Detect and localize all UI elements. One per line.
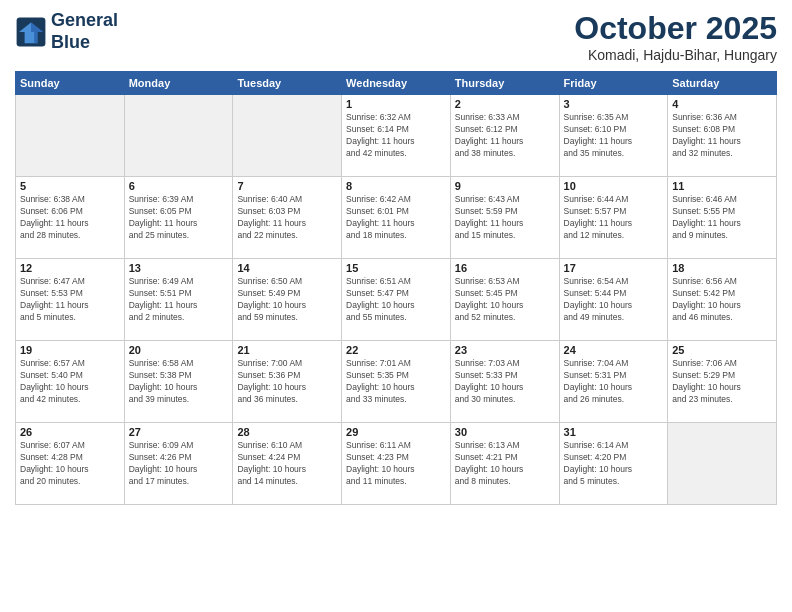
day-info: Sunrise: 6:39 AM Sunset: 6:05 PM Dayligh… bbox=[129, 194, 229, 242]
logo-text: General Blue bbox=[51, 10, 118, 53]
day-number: 1 bbox=[346, 98, 446, 110]
day-info: Sunrise: 6:49 AM Sunset: 5:51 PM Dayligh… bbox=[129, 276, 229, 324]
calendar-week-row: 1Sunrise: 6:32 AM Sunset: 6:14 PM Daylig… bbox=[16, 95, 777, 177]
calendar-cell: 30Sunrise: 6:13 AM Sunset: 4:21 PM Dayli… bbox=[450, 423, 559, 505]
weekday-header-row: SundayMondayTuesdayWednesdayThursdayFrid… bbox=[16, 72, 777, 95]
day-info: Sunrise: 6:13 AM Sunset: 4:21 PM Dayligh… bbox=[455, 440, 555, 488]
day-number: 3 bbox=[564, 98, 664, 110]
day-number: 11 bbox=[672, 180, 772, 192]
calendar-cell bbox=[16, 95, 125, 177]
calendar-table: SundayMondayTuesdayWednesdayThursdayFrid… bbox=[15, 71, 777, 505]
calendar-cell: 18Sunrise: 6:56 AM Sunset: 5:42 PM Dayli… bbox=[668, 259, 777, 341]
day-info: Sunrise: 6:56 AM Sunset: 5:42 PM Dayligh… bbox=[672, 276, 772, 324]
day-info: Sunrise: 6:42 AM Sunset: 6:01 PM Dayligh… bbox=[346, 194, 446, 242]
calendar-cell: 20Sunrise: 6:58 AM Sunset: 5:38 PM Dayli… bbox=[124, 341, 233, 423]
day-number: 17 bbox=[564, 262, 664, 274]
weekday-header-friday: Friday bbox=[559, 72, 668, 95]
day-info: Sunrise: 6:50 AM Sunset: 5:49 PM Dayligh… bbox=[237, 276, 337, 324]
calendar-week-row: 26Sunrise: 6:07 AM Sunset: 4:28 PM Dayli… bbox=[16, 423, 777, 505]
calendar-cell: 26Sunrise: 6:07 AM Sunset: 4:28 PM Dayli… bbox=[16, 423, 125, 505]
day-info: Sunrise: 6:32 AM Sunset: 6:14 PM Dayligh… bbox=[346, 112, 446, 160]
calendar-cell: 28Sunrise: 6:10 AM Sunset: 4:24 PM Dayli… bbox=[233, 423, 342, 505]
day-number: 8 bbox=[346, 180, 446, 192]
day-info: Sunrise: 6:07 AM Sunset: 4:28 PM Dayligh… bbox=[20, 440, 120, 488]
day-number: 20 bbox=[129, 344, 229, 356]
weekday-header-wednesday: Wednesday bbox=[342, 72, 451, 95]
day-info: Sunrise: 7:03 AM Sunset: 5:33 PM Dayligh… bbox=[455, 358, 555, 406]
day-number: 10 bbox=[564, 180, 664, 192]
calendar-cell bbox=[668, 423, 777, 505]
calendar-cell: 23Sunrise: 7:03 AM Sunset: 5:33 PM Dayli… bbox=[450, 341, 559, 423]
month-title: October 2025 bbox=[574, 10, 777, 47]
day-number: 2 bbox=[455, 98, 555, 110]
calendar-cell: 31Sunrise: 6:14 AM Sunset: 4:20 PM Dayli… bbox=[559, 423, 668, 505]
calendar-cell: 22Sunrise: 7:01 AM Sunset: 5:35 PM Dayli… bbox=[342, 341, 451, 423]
day-info: Sunrise: 6:43 AM Sunset: 5:59 PM Dayligh… bbox=[455, 194, 555, 242]
day-info: Sunrise: 6:11 AM Sunset: 4:23 PM Dayligh… bbox=[346, 440, 446, 488]
header: General Blue October 2025 Komadi, Hajdu-… bbox=[15, 10, 777, 63]
day-number: 5 bbox=[20, 180, 120, 192]
day-number: 15 bbox=[346, 262, 446, 274]
calendar-cell: 27Sunrise: 6:09 AM Sunset: 4:26 PM Dayli… bbox=[124, 423, 233, 505]
day-info: Sunrise: 6:10 AM Sunset: 4:24 PM Dayligh… bbox=[237, 440, 337, 488]
day-info: Sunrise: 7:06 AM Sunset: 5:29 PM Dayligh… bbox=[672, 358, 772, 406]
day-number: 6 bbox=[129, 180, 229, 192]
day-number: 19 bbox=[20, 344, 120, 356]
day-number: 18 bbox=[672, 262, 772, 274]
day-number: 4 bbox=[672, 98, 772, 110]
calendar-cell: 9Sunrise: 6:43 AM Sunset: 5:59 PM Daylig… bbox=[450, 177, 559, 259]
weekday-header-monday: Monday bbox=[124, 72, 233, 95]
calendar-cell: 8Sunrise: 6:42 AM Sunset: 6:01 PM Daylig… bbox=[342, 177, 451, 259]
logo: General Blue bbox=[15, 10, 118, 53]
day-info: Sunrise: 6:57 AM Sunset: 5:40 PM Dayligh… bbox=[20, 358, 120, 406]
calendar-cell: 19Sunrise: 6:57 AM Sunset: 5:40 PM Dayli… bbox=[16, 341, 125, 423]
calendar-cell: 2Sunrise: 6:33 AM Sunset: 6:12 PM Daylig… bbox=[450, 95, 559, 177]
calendar-cell: 10Sunrise: 6:44 AM Sunset: 5:57 PM Dayli… bbox=[559, 177, 668, 259]
logo-icon bbox=[15, 16, 47, 48]
day-info: Sunrise: 6:33 AM Sunset: 6:12 PM Dayligh… bbox=[455, 112, 555, 160]
calendar-cell: 5Sunrise: 6:38 AM Sunset: 6:06 PM Daylig… bbox=[16, 177, 125, 259]
day-number: 29 bbox=[346, 426, 446, 438]
calendar-cell: 29Sunrise: 6:11 AM Sunset: 4:23 PM Dayli… bbox=[342, 423, 451, 505]
calendar-cell: 3Sunrise: 6:35 AM Sunset: 6:10 PM Daylig… bbox=[559, 95, 668, 177]
calendar-cell: 14Sunrise: 6:50 AM Sunset: 5:49 PM Dayli… bbox=[233, 259, 342, 341]
day-number: 24 bbox=[564, 344, 664, 356]
calendar-cell: 6Sunrise: 6:39 AM Sunset: 6:05 PM Daylig… bbox=[124, 177, 233, 259]
day-info: Sunrise: 6:44 AM Sunset: 5:57 PM Dayligh… bbox=[564, 194, 664, 242]
day-info: Sunrise: 6:51 AM Sunset: 5:47 PM Dayligh… bbox=[346, 276, 446, 324]
calendar-week-row: 12Sunrise: 6:47 AM Sunset: 5:53 PM Dayli… bbox=[16, 259, 777, 341]
day-info: Sunrise: 6:09 AM Sunset: 4:26 PM Dayligh… bbox=[129, 440, 229, 488]
day-info: Sunrise: 6:40 AM Sunset: 6:03 PM Dayligh… bbox=[237, 194, 337, 242]
calendar-cell: 17Sunrise: 6:54 AM Sunset: 5:44 PM Dayli… bbox=[559, 259, 668, 341]
calendar-cell: 13Sunrise: 6:49 AM Sunset: 5:51 PM Dayli… bbox=[124, 259, 233, 341]
calendar-cell: 7Sunrise: 6:40 AM Sunset: 6:03 PM Daylig… bbox=[233, 177, 342, 259]
day-info: Sunrise: 6:35 AM Sunset: 6:10 PM Dayligh… bbox=[564, 112, 664, 160]
calendar-cell: 11Sunrise: 6:46 AM Sunset: 5:55 PM Dayli… bbox=[668, 177, 777, 259]
calendar-week-row: 5Sunrise: 6:38 AM Sunset: 6:06 PM Daylig… bbox=[16, 177, 777, 259]
day-number: 30 bbox=[455, 426, 555, 438]
day-info: Sunrise: 6:36 AM Sunset: 6:08 PM Dayligh… bbox=[672, 112, 772, 160]
calendar-cell: 21Sunrise: 7:00 AM Sunset: 5:36 PM Dayli… bbox=[233, 341, 342, 423]
calendar-cell: 16Sunrise: 6:53 AM Sunset: 5:45 PM Dayli… bbox=[450, 259, 559, 341]
calendar-cell bbox=[233, 95, 342, 177]
day-number: 14 bbox=[237, 262, 337, 274]
day-number: 12 bbox=[20, 262, 120, 274]
day-number: 13 bbox=[129, 262, 229, 274]
day-number: 31 bbox=[564, 426, 664, 438]
day-info: Sunrise: 6:14 AM Sunset: 4:20 PM Dayligh… bbox=[564, 440, 664, 488]
weekday-header-thursday: Thursday bbox=[450, 72, 559, 95]
day-info: Sunrise: 6:53 AM Sunset: 5:45 PM Dayligh… bbox=[455, 276, 555, 324]
day-number: 9 bbox=[455, 180, 555, 192]
day-info: Sunrise: 6:38 AM Sunset: 6:06 PM Dayligh… bbox=[20, 194, 120, 242]
calendar-cell: 15Sunrise: 6:51 AM Sunset: 5:47 PM Dayli… bbox=[342, 259, 451, 341]
day-info: Sunrise: 6:54 AM Sunset: 5:44 PM Dayligh… bbox=[564, 276, 664, 324]
calendar-cell: 24Sunrise: 7:04 AM Sunset: 5:31 PM Dayli… bbox=[559, 341, 668, 423]
day-info: Sunrise: 6:58 AM Sunset: 5:38 PM Dayligh… bbox=[129, 358, 229, 406]
day-number: 26 bbox=[20, 426, 120, 438]
calendar-cell: 12Sunrise: 6:47 AM Sunset: 5:53 PM Dayli… bbox=[16, 259, 125, 341]
day-number: 25 bbox=[672, 344, 772, 356]
page-container: General Blue October 2025 Komadi, Hajdu-… bbox=[0, 0, 792, 515]
day-number: 28 bbox=[237, 426, 337, 438]
day-info: Sunrise: 7:00 AM Sunset: 5:36 PM Dayligh… bbox=[237, 358, 337, 406]
weekday-header-saturday: Saturday bbox=[668, 72, 777, 95]
